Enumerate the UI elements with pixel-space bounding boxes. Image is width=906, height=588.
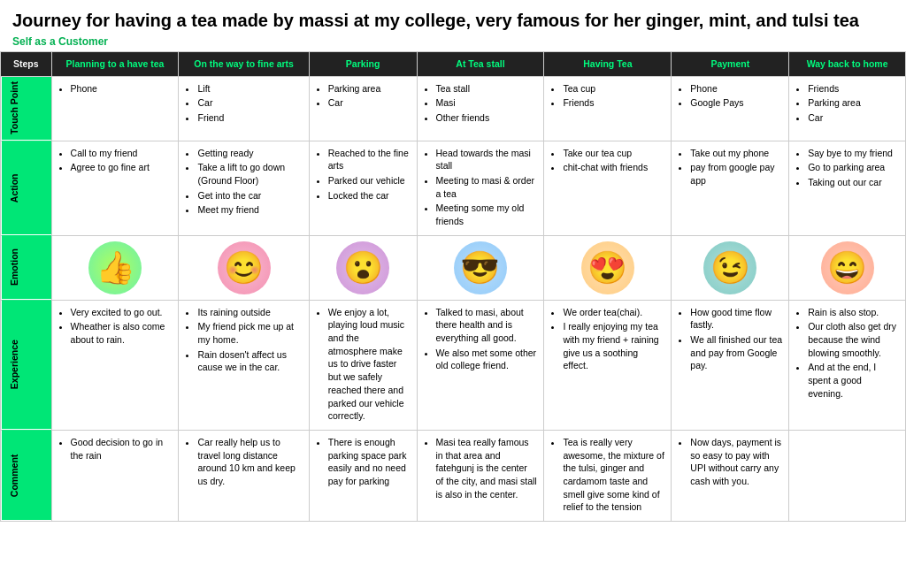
experience-label: Experience <box>1 300 52 430</box>
data-cell: Parking areaCar <box>309 76 417 141</box>
col-header-6: Payment <box>672 52 789 77</box>
data-cell: Its raining outsideMy friend pick me up … <box>179 300 309 430</box>
data-cell: Head towards the masi stallMeeting to ma… <box>417 141 544 235</box>
data-cell: We enjoy a lot, playing loud music and t… <box>309 300 417 430</box>
data-cell: Take out my phonepay from google pay app <box>672 141 789 235</box>
data-cell: Tea cupFriends <box>544 76 672 141</box>
data-cell: Masi tea really famous in that area and … <box>417 430 544 521</box>
emotion-cell-3: 😎 <box>417 235 544 300</box>
emotion-cell-6: 😄 <box>789 235 906 300</box>
data-cell: Phone <box>51 76 179 141</box>
emotion-cell-1: 😊 <box>179 235 309 300</box>
emotion-cell-5: 😉 <box>672 235 789 300</box>
col-header-1: Planning to a have tea <box>51 52 179 77</box>
data-cell: Rain is also stop.Our cloth also get dry… <box>789 300 906 430</box>
data-cell: Now days, payment is so easy to pay with… <box>672 430 789 521</box>
data-cell: Tea stallMasiOther friends <box>417 76 544 141</box>
touchpoint-label: Touch Point <box>1 76 52 141</box>
data-cell: Say bye to my friendGo to parking areaTa… <box>789 141 906 235</box>
col-header-4: At Tea stall <box>417 52 544 77</box>
data-cell: PhoneGoogle Pays <box>672 76 789 141</box>
col-header-7: Way back to home <box>789 52 906 77</box>
data-cell: There is enough parking space park easil… <box>309 430 417 521</box>
action-row: ActionCall to my friendAgree to go fine … <box>1 141 906 235</box>
page-subtitle: Self as a Customer <box>12 35 894 48</box>
data-cell: FriendsParking areaCar <box>789 76 906 141</box>
col-header-3: Parking <box>309 52 417 77</box>
col-header-steps: Steps <box>1 52 52 77</box>
data-cell: Tea is really very awesome, the mixture … <box>544 430 672 521</box>
data-cell: LiftCarFriend <box>179 76 309 141</box>
data-cell: Getting readyTake a lift to go down (Gro… <box>179 141 309 235</box>
comment-label: Comment <box>1 430 52 521</box>
data-cell: How good time flow fastly.We all finishe… <box>672 300 789 430</box>
header-row: Steps Planning to a have tea On the way … <box>1 52 906 77</box>
data-cell: Good decision to go in the rain <box>51 430 179 521</box>
emotion-cell-4: 😍 <box>544 235 672 300</box>
data-cell: Car really help us to travel long distan… <box>179 430 309 521</box>
emotion-cell-0: 👍 <box>51 235 179 300</box>
data-cell <box>789 430 906 521</box>
data-cell: Take our tea cupchit-chat with friends <box>544 141 672 235</box>
touchpoint-row: Touch PointPhoneLiftCarFriendParking are… <box>1 76 906 141</box>
journey-table: Steps Planning to a have tea On the way … <box>0 51 906 522</box>
data-cell: Talked to masi, about there health and i… <box>417 300 544 430</box>
col-header-2: On the way to fine arts <box>179 52 309 77</box>
data-cell: Call to my friendAgree to go fine art <box>51 141 179 235</box>
data-cell: Very excited to go out.Wheather is also … <box>51 300 179 430</box>
comment-row: CommentGood decision to go in the rainCa… <box>1 430 906 521</box>
emotion-row: Emotion👍😊😮😎😍😉😄 <box>1 235 906 300</box>
experience-row: ExperienceVery excited to go out.Wheathe… <box>1 300 906 430</box>
data-cell: We order tea(chai).I really enjoying my … <box>544 300 672 430</box>
data-cell: Reached to the fine artsParked our vehic… <box>309 141 417 235</box>
emotion-label: Emotion <box>1 235 52 300</box>
page-title: Journey for having a tea made by massi a… <box>12 9 894 32</box>
page-header: Journey for having a tea made by massi a… <box>0 0 906 51</box>
col-header-5: Having Tea <box>544 52 672 77</box>
action-label: Action <box>1 141 52 235</box>
emotion-cell-2: 😮 <box>309 235 417 300</box>
